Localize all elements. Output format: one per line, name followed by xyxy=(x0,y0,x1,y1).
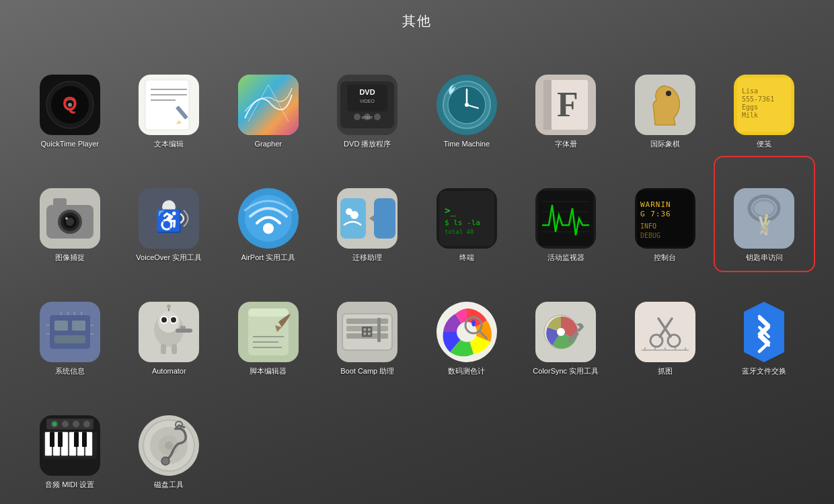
automator-icon xyxy=(139,302,199,362)
app-stickies[interactable]: Lisa 555-7361 Eggs Milk 便笺 xyxy=(715,44,814,157)
svg-point-35 xyxy=(666,91,671,96)
app-label-automator: Automator xyxy=(152,366,186,376)
app-label-console: 控制台 xyxy=(654,253,676,262)
app-label-keychain: 钥匙串访问 xyxy=(746,253,783,262)
app-diskutility[interactable]: 磁盘工具 xyxy=(120,384,219,497)
app-label-fontbook: 字体册 xyxy=(555,139,577,149)
svg-rect-92 xyxy=(72,321,85,331)
diskutility-icon xyxy=(139,415,199,476)
svg-text:WARNIN: WARNIN xyxy=(640,200,671,209)
timemachine-icon xyxy=(437,75,497,135)
app-automator[interactable]: Automator xyxy=(120,271,219,384)
empty-cell-3 xyxy=(417,384,517,497)
svg-text:VIDEO: VIDEO xyxy=(360,99,375,103)
svg-rect-113 xyxy=(161,344,166,354)
app-label-stickies: 便笺 xyxy=(757,139,771,149)
app-dvd[interactable]: DVD VIDEO enter DVD 播放程序 xyxy=(318,44,418,157)
app-terminal[interactable]: >_ $ ls -la total 48 终端 xyxy=(417,157,517,271)
grapher-icon xyxy=(238,75,299,135)
app-digitalcolor[interactable]: 数码测色计 xyxy=(417,271,517,384)
svg-text:INFO: INFO xyxy=(640,222,656,230)
app-bluetooth[interactable]: 蓝牙文件交换 xyxy=(715,271,814,384)
svg-point-55 xyxy=(263,223,274,234)
svg-point-167 xyxy=(83,421,90,427)
app-label-colorsync: ColorSync 实用工具 xyxy=(533,366,599,376)
svg-point-173 xyxy=(165,442,173,450)
app-keychain[interactable]: 钥匙串访问 xyxy=(715,157,814,271)
svg-text:Q: Q xyxy=(63,93,77,114)
app-textedit[interactable]: 文本编辑 xyxy=(120,44,219,157)
app-label-bluetooth: 蓝牙文件交换 xyxy=(742,366,786,376)
svg-rect-127 xyxy=(377,318,381,342)
keychain-icon xyxy=(734,188,794,249)
app-console[interactable]: WARNIN G 7:36 INFO DEBUG 控制台 xyxy=(615,157,715,271)
app-chess[interactable]: 国际象棋 xyxy=(615,44,715,157)
svg-text:Lisa: Lisa xyxy=(742,87,758,95)
sysinfo-icon xyxy=(40,302,100,362)
voiceover-icon: ♿ xyxy=(139,188,199,249)
app-label-scripteditor: 脚本编辑器 xyxy=(250,366,287,376)
grab-icon xyxy=(635,302,695,362)
svg-rect-14 xyxy=(238,75,299,135)
app-voiceover[interactable]: ♿ VoiceOver 实用工具 xyxy=(120,157,219,271)
app-scripteditor[interactable]: 脚本编辑器 xyxy=(219,271,318,384)
app-activitymonitor[interactable]: 活动监视器 xyxy=(517,157,616,271)
app-airport[interactable]: AirPort 实用工具 xyxy=(219,157,318,271)
svg-text:enter: enter xyxy=(362,115,373,120)
stickies-icon: Lisa 555-7361 Eggs Milk xyxy=(734,75,794,135)
empty-cell-1 xyxy=(219,384,318,497)
app-fontbook[interactable]: F 字体册 xyxy=(517,44,616,157)
terminal-icon: >_ $ ls -la total 48 xyxy=(437,188,497,249)
svg-rect-161 xyxy=(74,432,79,447)
svg-text:F: F xyxy=(557,85,578,124)
app-label-activitymonitor: 活动监视器 xyxy=(547,253,584,262)
app-quicktime[interactable]: Q QuickTime Player xyxy=(20,44,120,157)
svg-rect-114 xyxy=(172,344,177,354)
app-migration[interactable]: 迁移助理 xyxy=(318,157,418,271)
app-bootcamp[interactable]: ⊞ Boot Camp 助理 xyxy=(318,271,418,384)
app-audiomidi[interactable]: 音频 MIDI 设置 xyxy=(20,384,120,497)
app-sysinfo[interactable]: 系统信息 xyxy=(20,271,120,384)
app-grab[interactable]: 抓图 xyxy=(615,271,715,384)
svg-rect-93 xyxy=(54,335,85,343)
page-title: 其他 xyxy=(0,0,834,37)
svg-rect-60 xyxy=(374,198,395,239)
svg-text:♿: ♿ xyxy=(155,208,182,234)
app-grapher[interactable]: Grapher xyxy=(219,44,318,157)
bluetooth-icon xyxy=(734,302,794,362)
svg-point-165 xyxy=(62,421,69,427)
svg-text:DVD: DVD xyxy=(360,88,375,96)
chess-icon xyxy=(635,75,695,135)
app-label-terminal: 终端 xyxy=(459,253,474,262)
app-timemachine[interactable]: Time Machine xyxy=(417,44,517,157)
svg-point-135 xyxy=(557,328,565,336)
svg-point-20 xyxy=(354,114,361,120)
app-screencapture[interactable]: 图像捕捉 xyxy=(20,157,120,271)
svg-text:G 7:36: G 7:36 xyxy=(640,210,671,218)
app-label-quicktime: QuickTime Player xyxy=(41,139,99,149)
svg-point-112 xyxy=(167,304,171,308)
svg-text:>_: >_ xyxy=(445,205,456,216)
app-label-audiomidi: 音频 MIDI 设置 xyxy=(45,480,94,489)
airport-icon xyxy=(238,188,299,249)
svg-text:⊞: ⊞ xyxy=(361,323,373,340)
app-colorsync[interactable]: ColorSync 实用工具 xyxy=(517,271,616,384)
svg-point-108 xyxy=(171,317,176,323)
svg-point-22 xyxy=(374,114,381,120)
app-grid: Q QuickTime Player 文本编辑 xyxy=(0,37,834,504)
svg-point-59 xyxy=(350,211,358,219)
svg-rect-91 xyxy=(54,321,68,331)
svg-rect-160 xyxy=(58,432,63,447)
svg-rect-7 xyxy=(145,80,189,130)
svg-rect-67 xyxy=(538,191,593,246)
fontbook-icon: F xyxy=(535,75,596,135)
svg-rect-162 xyxy=(82,432,87,447)
svg-text:DEBUG: DEBUG xyxy=(640,232,660,239)
activitymonitor-icon xyxy=(535,188,596,249)
audiomidi-icon xyxy=(40,415,100,476)
app-label-chess: 国际象棋 xyxy=(650,139,680,149)
bootcamp-icon: ⊞ xyxy=(337,302,397,362)
screencapture-icon xyxy=(40,188,100,249)
svg-rect-159 xyxy=(50,432,54,447)
svg-rect-109 xyxy=(176,329,192,333)
